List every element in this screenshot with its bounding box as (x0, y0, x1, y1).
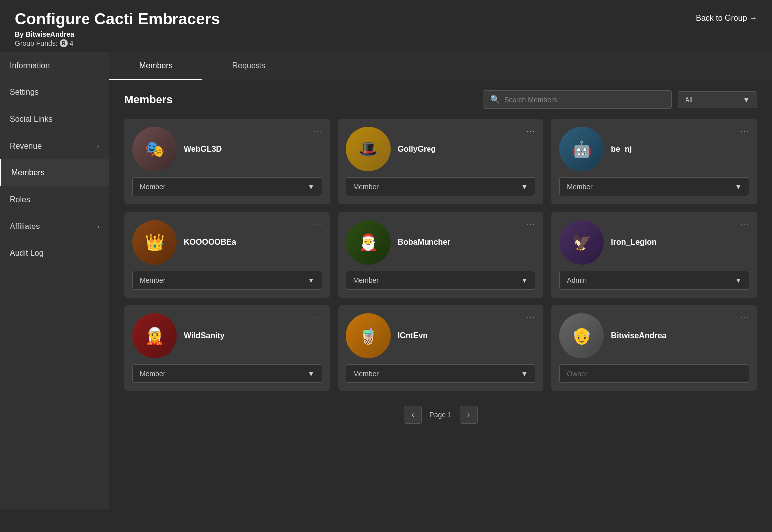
member-role-value: Member (567, 183, 592, 191)
member-name: BitwiseAndrea (611, 331, 749, 340)
member-role-dropdown[interactable]: Member ▼ (346, 177, 536, 196)
member-menu-icon[interactable]: ··· (740, 127, 749, 135)
search-filter: 🔍 All ▼ (483, 90, 757, 109)
member-name: Iron_Legion (611, 238, 749, 247)
member-card: 👑KOOOOOBEa··· Member ▼ (124, 212, 330, 298)
member-menu-icon[interactable]: ··· (740, 313, 749, 321)
member-role-value: Member (140, 183, 165, 191)
sidebar-item-settings[interactable]: Settings (0, 79, 109, 106)
sidebar-item-audit-log[interactable]: Audit Log (0, 240, 109, 267)
filter-value: All (685, 96, 693, 104)
chevron-down-icon: ▼ (521, 276, 528, 284)
member-menu-icon[interactable]: ··· (740, 220, 749, 228)
next-page-button[interactable]: › (460, 406, 478, 424)
member-role-dropdown[interactable]: Member ▼ (132, 271, 322, 290)
avatar: 🧝 (132, 313, 177, 358)
member-name: be_nj (611, 145, 749, 153)
sidebar-chevron-icon: › (97, 223, 99, 230)
member-card-top: 🧝WildSanity··· (132, 313, 322, 358)
member-role-value: Member (353, 370, 379, 378)
members-header: Members 🔍 All ▼ (124, 90, 757, 109)
filter-chevron-icon: ▼ (743, 96, 750, 104)
search-box: 🔍 (483, 90, 672, 109)
search-input[interactable] (504, 96, 664, 104)
owner-line: By BitwiseAndrea (15, 30, 220, 38)
sidebar-item-revenue[interactable]: Revenue› (0, 133, 109, 159)
pagination: ‹ Page 1 › (124, 406, 757, 434)
member-menu-icon[interactable]: ··· (313, 220, 322, 228)
owner-name: BitwiseAndrea (26, 30, 74, 38)
member-name: WebGL3D (184, 145, 322, 153)
member-role-value: Admin (567, 276, 587, 284)
sidebar-item-label: Revenue (10, 142, 42, 151)
member-role-dropdown[interactable]: Member ▼ (559, 177, 749, 196)
member-card: 🧋ICntEvn··· Member ▼ (338, 305, 544, 391)
sidebar-item-label: Affiliates (10, 222, 40, 231)
member-card-top: 👑KOOOOOBEa··· (132, 220, 322, 265)
member-card-top: 🧋ICntEvn··· (346, 313, 536, 358)
member-name: BobaMuncher (398, 238, 536, 247)
prev-page-button[interactable]: ‹ (404, 406, 422, 424)
by-label: By (15, 30, 24, 38)
member-role-value: Member (140, 276, 165, 284)
member-role-dropdown[interactable]: Member ▼ (346, 364, 536, 383)
member-name: KOOOOOBEa (184, 238, 322, 247)
member-role-dropdown: Owner (559, 364, 749, 383)
sidebar-item-members[interactable]: Members (0, 159, 109, 186)
sidebar-item-social-links[interactable]: Social Links (0, 106, 109, 133)
chevron-down-icon: ▼ (308, 370, 315, 378)
members-section: Members 🔍 All ▼ 🎭WebGL3D··· Member ▼ 🎩Go… (109, 80, 772, 444)
chevron-down-icon: ▼ (521, 370, 528, 378)
member-menu-icon[interactable]: ··· (527, 220, 536, 228)
members-section-title: Members (124, 93, 172, 106)
member-role-value: Owner (567, 370, 587, 378)
member-card-top: 🤖be_nj··· (559, 127, 749, 171)
avatar: 🤖 (559, 127, 604, 171)
page-header: Configure Cacti Embracers By BitwiseAndr… (0, 0, 772, 52)
member-card: 🎩GollyGreg··· Member ▼ (338, 119, 544, 204)
sidebar-item-affiliates[interactable]: Affiliates› (0, 213, 109, 240)
avatar: 🧋 (346, 313, 391, 358)
member-card: 🤖be_nj··· Member ▼ (551, 119, 757, 204)
chevron-down-icon: ▼ (735, 183, 742, 191)
member-name: WildSanity (184, 331, 322, 340)
sidebar-item-label: Audit Log (10, 249, 44, 258)
member-name: GollyGreg (398, 145, 536, 153)
role-filter-dropdown[interactable]: All ▼ (678, 91, 757, 108)
sidebar-chevron-icon: › (97, 143, 99, 150)
member-role-value: Member (140, 370, 165, 378)
member-menu-icon[interactable]: ··· (313, 313, 322, 321)
member-role-dropdown[interactable]: Member ▼ (346, 271, 536, 290)
member-card-top: 🦅Iron_Legion··· (559, 220, 749, 265)
sidebar-item-label: Settings (10, 88, 39, 97)
avatar: 👑 (132, 220, 177, 265)
sidebar-item-label: Social Links (10, 115, 52, 124)
member-card-top: 👴BitwiseAndrea··· (559, 313, 749, 358)
sidebar-item-information[interactable]: Information (0, 52, 109, 79)
member-card: 🦅Iron_Legion··· Admin ▼ (551, 212, 757, 298)
page-indicator: Page 1 (429, 411, 451, 419)
member-role-dropdown[interactable]: Member ▼ (132, 177, 322, 196)
main-content: MembersRequests Members 🔍 All ▼ 🎭WebGL3D… (109, 52, 772, 509)
back-to-group-link[interactable]: Back to Group → (696, 14, 757, 23)
chevron-down-icon: ▼ (735, 276, 742, 284)
chevron-down-icon: ▼ (521, 183, 528, 191)
sidebar-item-label: Roles (10, 195, 30, 204)
chevron-down-icon: ▼ (308, 276, 315, 284)
member-role-value: Member (353, 183, 379, 191)
sidebar-item-label: Members (11, 168, 45, 177)
member-role-dropdown[interactable]: Member ▼ (132, 364, 322, 383)
member-role-dropdown[interactable]: Admin ▼ (559, 271, 749, 290)
member-card-top: 🎩GollyGreg··· (346, 127, 536, 171)
sidebar: InformationSettingsSocial LinksRevenue›M… (0, 52, 109, 509)
member-card-top: 🎅BobaMuncher··· (346, 220, 536, 265)
sidebar-item-roles[interactable]: Roles (0, 186, 109, 213)
avatar: 🎅 (346, 220, 391, 265)
tab-requests[interactable]: Requests (202, 52, 296, 80)
sidebar-item-label: Information (10, 61, 50, 70)
member-menu-icon[interactable]: ··· (527, 127, 536, 135)
member-menu-icon[interactable]: ··· (313, 127, 322, 135)
tab-members[interactable]: Members (109, 52, 202, 80)
header-left: Configure Cacti Embracers By BitwiseAndr… (15, 10, 220, 47)
member-menu-icon[interactable]: ··· (527, 313, 536, 321)
